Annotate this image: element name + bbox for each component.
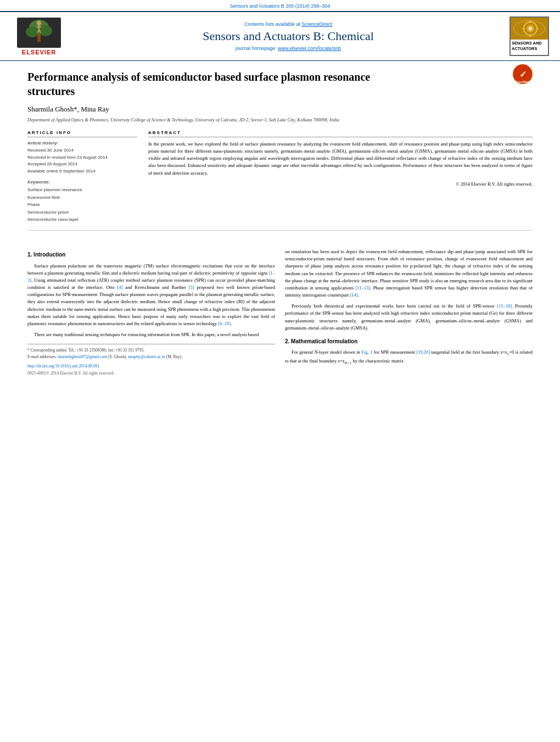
fig1-link[interactable]: Fig. 1: [361, 349, 372, 355]
journal-title: Sensors and Actuators B: Chemical: [75, 29, 502, 43]
svg-rect-10: [511, 18, 549, 40]
homepage-label: journal homepage: www.elsevier.com/locat…: [75, 46, 502, 51]
svg-rect-4: [37, 34, 41, 42]
abstract-text: In the present work, we have explored th…: [148, 141, 533, 177]
issn-text: 0925-4005/© 2014 Elsevier B.V. All right…: [27, 370, 275, 376]
copyright-notice: © 2014 Elsevier B.V. All rights reserved…: [148, 181, 533, 187]
svg-point-2: [26, 26, 39, 37]
ref-link-1-3[interactable]: [1–3]: [27, 270, 275, 283]
article-history-label: Article history:: [27, 141, 137, 146]
email-link-2[interactable]: mraphy@caluniv.ac.in: [128, 354, 165, 359]
top-citation: Sensors and Actuators B 205 (2014) 298–3…: [0, 0, 560, 11]
article-dates: Received 30 June 2014 Received in revise…: [27, 147, 137, 175]
ref-link-19-20[interactable]: [19,20]: [416, 349, 430, 355]
email-link-1[interactable]: sharmilaghosh97@gmail.com: [58, 354, 107, 359]
section-divider: [27, 230, 533, 231]
body-right-para-3: For general N-layer model shown in Fig. …: [285, 349, 533, 366]
elsevier-logo: ELSEVIER: [9, 18, 69, 55]
footnote-area: * Corresponding author. Tel.: +91 33 235…: [27, 344, 275, 376]
sciencedirect-label: Contents lists available at ScienceDirec…: [75, 21, 502, 27]
body-para-2: There are many traditional sensing techn…: [27, 331, 275, 338]
elsevier-label: ELSEVIER: [22, 49, 56, 55]
crossmark: ✓ CrossMark: [513, 64, 533, 84]
paper-title: Performance analysis of semiconductor ba…: [27, 70, 401, 98]
keywords-list: Surface plasmon resonance Evanescent fie…: [27, 186, 137, 224]
elsevier-tree-svg: [17, 18, 61, 48]
svg-text:✓: ✓: [519, 70, 527, 79]
sensors-logo: SENSORS AND ACTUATORS: [507, 16, 551, 56]
ref-link-4[interactable]: [4]: [117, 284, 122, 290]
sensors-box: SENSORS AND ACTUATORS: [509, 16, 549, 56]
keywords-label: Keywords:: [27, 180, 137, 185]
body-right-para-2: Previously both theoretical and experime…: [285, 303, 533, 332]
svg-point-13: [529, 27, 532, 30]
title-area: ✓ CrossMark Performance analysis of semi…: [27, 70, 533, 98]
article-info-title: ARTICLE INFO: [27, 130, 137, 137]
ref-link-6-10[interactable]: [6–10]: [218, 321, 231, 326]
article-info: ARTICLE INFO Article history: Received 3…: [27, 130, 137, 224]
paper-content: ✓ CrossMark Performance analysis of semi…: [0, 61, 560, 248]
svg-point-5: [37, 21, 41, 25]
ref-link-11-13[interactable]: [11–13]: [355, 285, 370, 291]
section1-heading: 1. Introduction: [27, 250, 275, 259]
crossmark-icon: ✓ CrossMark: [513, 64, 533, 84]
ref-link-14[interactable]: [14]: [350, 292, 357, 298]
journal-header: ELSEVIER Contents lists available at Sci…: [0, 11, 560, 61]
affiliation: Department of Applied Optics & Photonics…: [27, 117, 533, 124]
sensors-text: SENSORS AND ACTUATORS: [511, 40, 548, 55]
citation-text: Sensors and Actuators B 205 (2014) 298–3…: [230, 3, 331, 9]
footnote-emails: E-mail addresses: sharmilaghosh97@gmail.…: [27, 354, 275, 360]
section2-heading: 2. Mathematical formulation: [285, 337, 533, 346]
abstract-title: ABSTRACT: [148, 130, 533, 137]
elsevier-tree-image: [17, 18, 61, 48]
authors: Sharmila Ghosh*, Mina Ray: [27, 105, 533, 114]
body-columns: 1. Introduction Surface plasmon polarito…: [0, 248, 560, 376]
svg-text:CrossMark: CrossMark: [516, 80, 530, 83]
sensors-brand: SENSORS AND ACTUATORS: [512, 41, 547, 52]
abstract-section: ABSTRACT In the present work, we have ex…: [148, 130, 533, 224]
homepage-url[interactable]: www.elsevier.com/locate/snb: [278, 46, 341, 51]
sensors-image: [511, 18, 548, 40]
svg-point-11: [524, 22, 537, 35]
doi-link: http://dx.doi.org/10.1016/j.snb.2014.08.…: [27, 363, 275, 369]
journal-center: Contents lists available at ScienceDirec…: [75, 21, 502, 51]
ref-link-15-18[interactable]: [15–18]: [497, 303, 512, 309]
body-left-col: 1. Introduction Surface plasmon polarito…: [27, 248, 275, 376]
footnote-corresponding: * Corresponding author. Tel.: +91 33 235…: [27, 347, 275, 353]
body-right-para-1: on simulation has been used to depict th…: [285, 248, 533, 299]
sciencedirect-link[interactable]: ScienceDirect: [302, 21, 333, 27]
doi-anchor[interactable]: http://dx.doi.org/10.1016/j.snb.2014.08.…: [27, 364, 99, 369]
body-para-1: Surface plasmon polaritons are the trans…: [27, 263, 275, 328]
ref-link-5[interactable]: [5]: [189, 284, 194, 290]
article-abstract-section: ARTICLE INFO Article history: Received 3…: [27, 130, 533, 224]
body-right-col: on simulation has been used to depict th…: [285, 248, 533, 376]
svg-point-12: [527, 25, 534, 32]
